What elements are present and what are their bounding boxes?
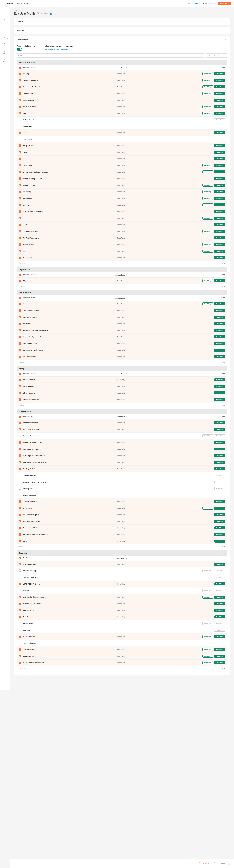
section-header[interactable]: Reporting ⌄: [17, 550, 227, 556]
read-only-button[interactable]: Read Only: [202, 243, 213, 246]
read-write-button[interactable]: Read/Write: [214, 329, 225, 332]
read-write-button[interactable]: Read/Write: [214, 461, 225, 464]
row-checkbox[interactable]: ✓: [19, 224, 21, 226]
row-checkbox[interactable]: ✓: [19, 230, 21, 232]
read-write-button[interactable]: Read/Write: [214, 250, 225, 253]
row-checkbox[interactable]: ✓: [19, 164, 21, 166]
read-only-button[interactable]: Read Only: [202, 92, 213, 95]
read-write-button[interactable]: Read/Write: [214, 589, 225, 592]
sidebar-item-monitoring[interactable]: 〰Monitoring: [0, 32, 9, 40]
read-write-button[interactable]: Read/Write: [214, 342, 225, 345]
row-checkbox[interactable]: ✓: [19, 448, 21, 450]
role-header[interactable]: Role/Permission ⇅: [23, 297, 96, 299]
select-all-checkbox[interactable]: ✓: [19, 297, 21, 299]
read-only-button[interactable]: Read Only: [202, 79, 213, 82]
pagination[interactable]: ◂ 1 of 1 ▸: [220, 404, 225, 406]
read-write-button[interactable]: Read/Write: [214, 112, 225, 115]
read-write-button[interactable]: Read/Write: [214, 230, 225, 233]
info-icon[interactable]: ?: [37, 12, 39, 15]
read-write-button[interactable]: Read/Write: [214, 217, 225, 220]
row-checkbox[interactable]: ✓: [19, 336, 21, 338]
sidebar-item-home[interactable]: ⌂Home: [0, 8, 9, 16]
row-checkbox[interactable]: [19, 576, 21, 578]
row-checkbox[interactable]: ✓: [19, 514, 21, 516]
pagination[interactable]: ◂ 1 of 1 ▸: [220, 668, 225, 669]
pagination[interactable]: ◂ 1 of 1 ▸: [220, 262, 225, 264]
row-checkbox[interactable]: ✓: [19, 99, 21, 101]
read-write-button[interactable]: Read/Write: [214, 85, 225, 88]
row-checkbox[interactable]: [19, 629, 21, 631]
search-input[interactable]: [17, 54, 204, 58]
row-checkbox[interactable]: ✓: [19, 79, 21, 82]
row-checkbox[interactable]: ✓: [19, 72, 21, 75]
row-checkbox[interactable]: ✓: [19, 636, 21, 638]
row-checkbox[interactable]: ✓: [19, 303, 21, 305]
row-checkbox[interactable]: [19, 622, 21, 624]
read-only-button[interactable]: Read Only: [202, 661, 213, 664]
read-only-button[interactable]: Read Only: [202, 204, 213, 207]
row-checkbox[interactable]: ✓: [19, 468, 21, 470]
sidebar-item-admin[interactable]: 👤Admin: [0, 16, 9, 24]
row-checkbox[interactable]: ✓: [19, 602, 21, 605]
row-checkbox[interactable]: ✓: [19, 609, 21, 612]
section-header[interactable]: Products & Services ⌄: [17, 60, 227, 65]
row-checkbox[interactable]: [19, 642, 21, 644]
section-header[interactable]: Administration ⌄: [17, 290, 227, 296]
read-write-button[interactable]: Read/Write: [214, 392, 225, 395]
permissions-filter-select[interactable]: All Permissions ⌄: [206, 54, 227, 58]
read-write-button[interactable]: Read/Write: [214, 92, 225, 95]
read-write-button[interactable]: Read/Write: [214, 421, 225, 424]
contact-link[interactable]: Contact Us: [193, 2, 201, 4]
permissions-header[interactable]: Permissions ⌃: [14, 36, 230, 43]
read-write-button[interactable]: Read/Write: [214, 243, 225, 246]
breadcrumb[interactable]: < User Profile: [14, 10, 230, 11]
read-only-button[interactable]: Read Only: [202, 85, 213, 88]
read-write-button[interactable]: Read/Write: [214, 506, 225, 509]
row-checkbox[interactable]: ✓: [19, 92, 21, 95]
row-checkbox[interactable]: ✓: [19, 349, 21, 351]
row-checkbox[interactable]: ✓: [19, 316, 21, 318]
feedback-button[interactable]: FEEDBACK: [218, 2, 231, 5]
read-write-button[interactable]: Read/Write: [214, 609, 225, 612]
clone-user-select[interactable]: Select User to Clone Permissions ⌄: [45, 48, 76, 50]
read-write-button[interactable]: Read/Write: [214, 533, 225, 536]
read-write-button[interactable]: Read/Write: [214, 434, 225, 437]
row-checkbox[interactable]: ✓: [19, 379, 21, 381]
read-write-button[interactable]: Read/Write: [214, 316, 225, 318]
row-checkbox[interactable]: ✓: [19, 250, 21, 252]
read-write-button[interactable]: Read/Write: [214, 190, 225, 193]
read-write-button[interactable]: Read/Write: [214, 447, 225, 451]
read-write-button[interactable]: Read/Write: [214, 349, 225, 351]
read-only-button[interactable]: Read Only: [202, 302, 213, 305]
row-checkbox[interactable]: ✓: [19, 280, 21, 282]
read-write-button[interactable]: Read/Write: [214, 256, 225, 259]
read-write-button[interactable]: Read/Write: [214, 144, 225, 147]
read-write-button[interactable]: Read/Write: [214, 204, 225, 207]
row-checkbox[interactable]: ✓: [19, 527, 21, 529]
read-write-button[interactable]: Read/Write: [214, 164, 225, 167]
row-checkbox[interactable]: ✓: [19, 158, 21, 160]
read-only-button[interactable]: Read Only: [202, 506, 213, 509]
read-only-button[interactable]: Read Only: [202, 589, 213, 592]
read-write-button[interactable]: Read/Write: [214, 520, 225, 523]
row-checkbox[interactable]: ✓: [19, 455, 21, 457]
row-checkbox[interactable]: ✓: [19, 398, 21, 401]
read-write-button[interactable]: Read/Write: [214, 441, 225, 444]
read-write-button[interactable]: Read/Write: [214, 151, 225, 154]
ban-selector[interactable]: [209, 3, 216, 4]
read-write-button[interactable]: Read/Write: [214, 648, 225, 651]
read-write-button[interactable]: Read/Write: [214, 398, 225, 401]
read-only-button[interactable]: Read Only: [202, 434, 213, 437]
row-checkbox[interactable]: ✓: [19, 243, 21, 246]
read-write-button[interactable]: Read/Write: [214, 474, 225, 477]
read-only-button[interactable]: Read Only: [202, 655, 213, 658]
read-write-button[interactable]: Read/Write: [214, 635, 225, 638]
read-only-button[interactable]: Read Only: [202, 622, 213, 625]
row-checkbox[interactable]: [19, 569, 21, 572]
read-only-button[interactable]: Read Only: [214, 582, 225, 585]
row-checkbox[interactable]: ✓: [19, 112, 21, 115]
select-all-checkbox[interactable]: ✓: [19, 373, 21, 375]
sidebar-item-services[interactable]: ≡Services: [0, 24, 9, 32]
select-all-checkbox[interactable]: ✓: [19, 67, 21, 69]
row-checkbox[interactable]: ✓: [19, 329, 21, 332]
